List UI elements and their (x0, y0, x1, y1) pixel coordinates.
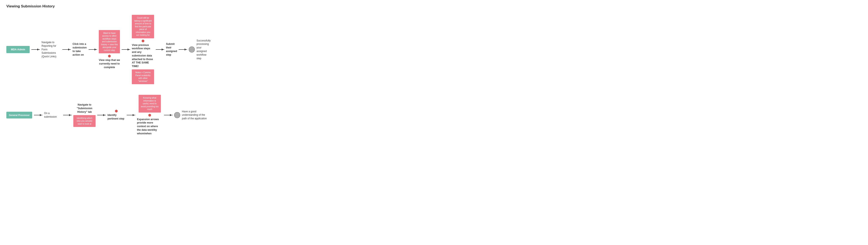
step-r2-1: On a submission (44, 111, 61, 119)
outcome-r2: Have a good understanding of the path of… (182, 110, 211, 120)
step-r2-3: Identify pertinent step (107, 113, 125, 120)
actor-general-processor: General Processor (6, 112, 32, 118)
step3-wrapper: Want to have access to other workflow st… (99, 30, 120, 69)
arrow-1 (31, 49, 40, 50)
step-r2-4: Expansion arrows provide more context on… (137, 118, 162, 135)
page-title: Viewing Submission History (6, 4, 211, 8)
hex-dot-r2-4 (148, 114, 151, 117)
step4-r2-wrapper: Knowing what information is useful, need… (137, 95, 162, 135)
sticky-r1-above4: Could still be taking a significant amou… (132, 15, 154, 38)
arrow-r2-4 (127, 115, 135, 115)
sticky-r2-below2: Identifying which step you actually want… (73, 115, 96, 127)
arrow-2 (62, 49, 71, 50)
sticky-r1-below4: Notes + Comms Panel scalability with oth… (132, 69, 154, 84)
hex-dot-r1-4 (142, 40, 145, 42)
outcome-r1: Successfully processing your assigned wo… (196, 39, 211, 60)
arrow-5 (156, 49, 164, 50)
step3-r2-wrapper: Identify pertinent step (107, 110, 125, 120)
hex-dot-r1-3 (108, 55, 111, 58)
diagram: MDA Admin Navigate to Reporting for Form… (6, 15, 211, 135)
arrow-4 (122, 49, 130, 50)
outcome-r1-wrapper: Successfully processing your assigned wo… (189, 39, 211, 60)
page: Viewing Submission History MDA Admin Nav… (0, 0, 217, 140)
arrow-r2-3 (97, 115, 106, 115)
arrow-3 (89, 49, 97, 50)
arrow-6 (179, 49, 187, 50)
actor-mda-admin: MDA Admin (6, 46, 30, 53)
step-r1-3: View step that we currently need to comp… (99, 59, 120, 69)
sticky-r1-above3: Want to have access to other workflow st… (99, 30, 120, 54)
sticky-r2-above4: Knowing what information is useful, need… (138, 95, 161, 112)
bullseye-r2 (174, 112, 180, 118)
bullseye-r1 (189, 46, 195, 53)
step4-wrapper: Could still be taking a significant amou… (132, 15, 154, 84)
svg-point-7 (177, 115, 178, 115)
step-r1-1: Navigate to Reporting for Form Submissio… (41, 41, 61, 59)
step-r2-2: Navigate to "Submission History" tab (73, 103, 96, 114)
arrow-r2-1 (34, 115, 42, 115)
step-r1-2: Click into a submission to take action o… (72, 42, 87, 57)
step2-r2-wrapper: Navigate to "Submission History" tab Ide… (73, 103, 96, 127)
arrow-r2-5 (164, 115, 173, 115)
arrow-r2-2 (63, 115, 72, 115)
svg-point-3 (191, 49, 192, 50)
step-r1-4: View previous workflow steps and any sub… (132, 43, 154, 68)
outcome-r2-wrapper: Have a good understanding of the path of… (174, 110, 211, 120)
step-r1-5: Submit their assigned step (166, 42, 177, 57)
hex-dot-r2-3 (115, 110, 118, 112)
